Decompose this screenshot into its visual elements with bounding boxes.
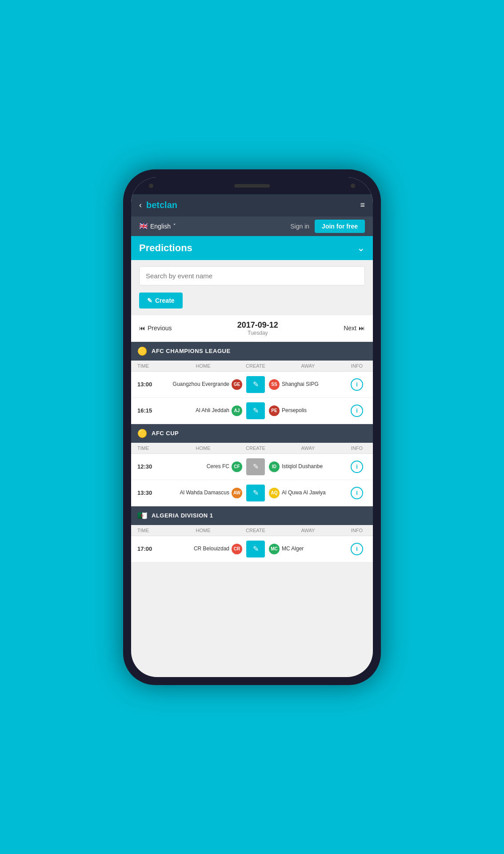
league-name: AFC CUP [152, 430, 179, 437]
column-label: INFO [347, 363, 367, 369]
create-button[interactable]: ✎ Create [139, 293, 183, 309]
auth-right: Sign in Join for free [290, 220, 365, 233]
home-team-name: CR Belouizdad [194, 545, 229, 553]
match-row: 13:00 Guangzhou Evergrande GE ✎ SS Shang… [131, 372, 373, 398]
column-label: AWAY [269, 528, 347, 533]
away-team-logo: ID [269, 461, 280, 472]
match-row: 12:30 Ceres FC CF ✎ ID Istiqlol Dushanbe… [131, 454, 373, 480]
language-flag: 🇬🇧 [139, 222, 148, 230]
column-label: AWAY [269, 445, 347, 451]
edit-icon: ✎ [147, 297, 152, 304]
date-navigation: ⏮ Previous 2017-09-12 Tuesday Next ⏭ [131, 315, 373, 342]
phone-screen: ‹ betclan ≡ 🇬🇧 English ˅ Sign in Join fo… [131, 177, 373, 677]
speaker [234, 184, 270, 188]
language-selector[interactable]: 🇬🇧 English ˅ [139, 222, 176, 230]
away-cell: PE Persepolis [269, 405, 347, 416]
home-team-name: Guangzhou Evergrande [173, 381, 229, 388]
column-label: HOME [164, 363, 242, 369]
create-container: ✎ Create [131, 289, 373, 315]
create-match-button[interactable]: ✎ [246, 485, 265, 501]
away-team-logo: SS [269, 379, 280, 390]
column-label: INFO [347, 445, 367, 451]
home-cell: Al Wahda Damascus AW [164, 488, 242, 498]
column-label: INFO [347, 528, 367, 533]
create-match-button[interactable]: ✎ [246, 541, 265, 557]
predictions-header[interactable]: Predictions ⌄ [131, 236, 373, 260]
leagues-container: 🟡 AFC CHAMPIONS LEAGUE TIMEHOMECREATEAWA… [131, 342, 373, 562]
brand-name: betclan [146, 200, 177, 210]
info-icon[interactable]: i [351, 405, 363, 417]
match-row: 17:00 CR Belouizdad CR ✎ MC MC Alger i [131, 536, 373, 562]
column-label: TIME [137, 363, 164, 369]
column-label: HOME [164, 445, 242, 451]
auth-bar: 🇬🇧 English ˅ Sign in Join for free [131, 217, 373, 236]
previous-label: Previous [148, 325, 172, 332]
phone-device: ‹ betclan ≡ 🇬🇧 English ˅ Sign in Join fo… [123, 169, 381, 685]
away-team-name: Al Quwa Al Jawiya [282, 489, 326, 497]
create-label: Create [155, 297, 175, 304]
home-team-name: Ceres FC [207, 463, 229, 470]
home-cell: CR Belouizdad CR [164, 544, 242, 554]
away-team-logo: PE [269, 405, 280, 416]
away-team-logo: AQ [269, 488, 280, 498]
date-value: 2017-09-12 [237, 321, 278, 330]
table-header-afc-champions: TIMEHOMECREATEAWAYINFO [131, 361, 373, 372]
create-match-button[interactable]: ✎ [246, 376, 265, 393]
phone-top-bar [131, 177, 373, 194]
next-label: Next [344, 325, 356, 332]
league-flag: 🟡 [137, 429, 147, 438]
away-team-name: Istiqlol Dushanbe [282, 463, 323, 470]
next-button[interactable]: Next ⏭ [344, 325, 365, 332]
match-time: 13:30 [137, 489, 164, 496]
date-display: 2017-09-12 Tuesday [237, 321, 278, 336]
info-icon[interactable]: i [351, 543, 363, 555]
prev-icon: ⏮ [139, 325, 145, 332]
home-team-name: Al Wahda Damascus [180, 489, 229, 497]
day-name: Tuesday [237, 330, 278, 336]
away-team-name: Shanghai SIPG [282, 381, 319, 388]
home-cell: Ceres FC CF [164, 461, 242, 472]
header-left: ‹ betclan [139, 200, 177, 210]
match-time: 16:15 [137, 407, 164, 414]
home-team-logo: GE [232, 379, 242, 390]
table-header-afc-cup: TIMEHOMECREATEAWAYINFO [131, 443, 373, 454]
home-team-logo: AJ [232, 405, 242, 416]
league-flag: 🇩🇿 [137, 511, 147, 521]
bottom-space [131, 562, 373, 576]
next-icon: ⏭ [359, 325, 365, 332]
away-cell: AQ Al Quwa Al Jawiya [269, 488, 347, 498]
info-icon[interactable]: i [351, 487, 363, 499]
match-time: 13:00 [137, 381, 164, 388]
info-icon[interactable]: i [351, 461, 363, 473]
search-container [131, 260, 373, 289]
league-name: ALGERIA DIVISION 1 [152, 512, 213, 519]
league-flag: 🟡 [137, 346, 147, 356]
previous-button[interactable]: ⏮ Previous [139, 325, 172, 332]
match-time: 12:30 [137, 463, 164, 470]
league-header-algeria-div1: 🇩🇿 ALGERIA DIVISION 1 [131, 506, 373, 525]
home-team-name: Al Ahli Jeddah [196, 407, 229, 414]
league-name: AFC CHAMPIONS LEAGUE [152, 348, 231, 354]
create-match-button[interactable]: ✎ [246, 458, 265, 475]
column-label: CREATE [242, 528, 269, 533]
brand-plain: clan [160, 200, 177, 210]
home-team-logo: CR [232, 544, 242, 554]
predictions-title: Predictions [139, 242, 192, 254]
column-label: TIME [137, 445, 164, 451]
column-label: TIME [137, 528, 164, 533]
home-team-logo: AW [232, 488, 242, 498]
table-header-algeria-div1: TIMEHOMECREATEAWAYINFO [131, 525, 373, 536]
sign-in-link[interactable]: Sign in [290, 223, 309, 230]
match-time: 17:00 [137, 545, 164, 552]
search-input[interactable] [139, 266, 365, 285]
back-icon[interactable]: ‹ [139, 200, 142, 210]
league-header-afc-champions: 🟡 AFC CHAMPIONS LEAGUE [131, 342, 373, 361]
language-label: English [150, 223, 171, 230]
away-cell: ID Istiqlol Dushanbe [269, 461, 347, 472]
join-button[interactable]: Join for free [315, 220, 365, 233]
away-cell: SS Shanghai SIPG [269, 379, 347, 390]
info-icon[interactable]: i [351, 378, 363, 391]
predictions-chevron: ⌄ [357, 242, 365, 254]
create-match-button[interactable]: ✎ [246, 402, 265, 419]
hamburger-icon[interactable]: ≡ [360, 200, 365, 210]
